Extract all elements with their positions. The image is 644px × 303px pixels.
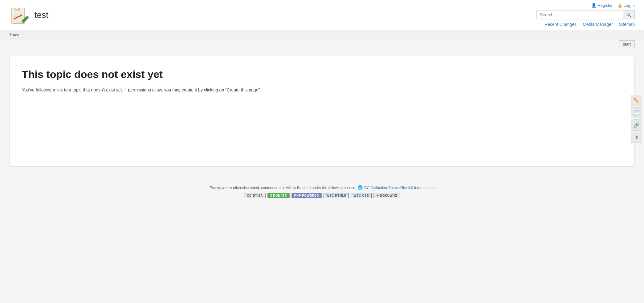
register-icon: 👤 [591,3,596,8]
search-input[interactable] [536,10,623,19]
svg-text:{DW}: {DW} [14,8,20,11]
history-icon: 🕐 [634,110,640,116]
page-body: You've followed a link to a topic that d… [22,87,622,93]
login-icon: 🔒 [618,3,622,8]
recent-changes-link[interactable]: Recent Changes [544,22,577,27]
header: {DW} test 👤 Register 🔒 Log In [0,0,644,30]
globe-icon: 🌐 [357,185,363,190]
footer-license: Except where otherwise noted, content on… [6,185,638,190]
badge-css: WSC CSS [351,193,372,198]
page-heading: This topic does not exist yet [22,68,622,80]
site-title: test [35,10,48,20]
badge-ccbysa: CC BY-SA [244,193,266,198]
sitemap-link[interactable]: Sitemap [619,22,635,27]
start-button-container: start [0,40,644,50]
header-right: 👤 Register 🔒 Log In 🔍 Recent Changes Med… [536,3,635,27]
footer-license-link[interactable]: CC Attribution-Share Alike 4.0 Internati… [364,186,434,190]
badge-donate[interactable]: $ DONATE [267,193,290,198]
register-link[interactable]: 👤 Register [591,3,612,8]
login-label: Log In [624,3,635,8]
sidebar-tools: ✏️ 🕐 🔗 ⬆ [629,92,644,145]
badge-php: PHP POWERED [291,193,322,198]
top-actions: 👤 Register 🔒 Log In [591,3,635,8]
login-link[interactable]: 🔒 Log In [618,3,635,8]
arrow-up-icon: ⬆ [635,135,639,140]
breadcrumb-label: Trace: [9,33,20,37]
search-form: 🔍 [536,10,635,19]
back-to-top-button[interactable]: ⬆ [631,132,642,143]
header-left: {DW} test [9,4,48,26]
content-area: This topic does not exist yet You've fol… [0,50,644,173]
backlinks-tool-button[interactable]: 🔗 [631,119,642,131]
search-icon: 🔍 [626,12,631,17]
breadcrumb-bar: Trace: [0,30,644,40]
media-manager-link[interactable]: Media Manager [583,22,613,27]
nav-links: Recent Changes Media Manager Sitemap [544,22,635,27]
history-tool-button[interactable]: 🕐 [631,107,642,118]
start-button[interactable]: start [619,40,635,48]
edit-tool-button[interactable]: ✏️ [631,95,642,106]
badge-html5: WSC HTML5 [324,193,349,198]
edit-icon: ✏️ [634,98,640,103]
main-content: This topic does not exist yet You've fol… [9,56,635,167]
footer-badges: CC BY-SA $ DONATE PHP POWERED WSC HTML5 … [6,193,638,198]
footer: Except where otherwise noted, content on… [0,179,644,204]
search-button[interactable]: 🔍 [623,10,635,19]
logo-icon[interactable]: {DW} [9,4,31,26]
badge-dokuwiki: ✦ DOKUWIKI [373,193,400,198]
backlinks-icon: 🔗 [634,122,640,128]
footer-license-text: Except where otherwise noted, content on… [210,186,356,190]
register-label: Register [597,3,612,8]
